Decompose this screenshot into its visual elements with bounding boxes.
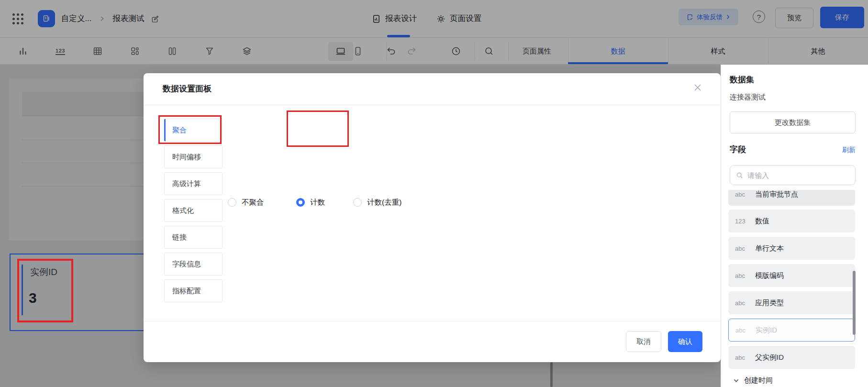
modal-header-divider <box>144 105 721 105</box>
field-name: 父实例ID <box>755 353 784 362</box>
field-type-tag: abc <box>735 245 748 252</box>
annotation-box-count <box>287 111 349 147</box>
field-group-label: 创建时间 <box>744 376 773 385</box>
radio-no-aggregate[interactable]: 不聚合 <box>228 197 264 208</box>
radio-count[interactable]: 计数 <box>296 197 325 208</box>
field-name: 应用类型 <box>755 299 784 308</box>
cancel-button[interactable]: 取消 <box>626 331 661 352</box>
chevron-down-icon <box>733 377 740 384</box>
close-icon[interactable] <box>691 81 704 94</box>
radio-circle-icon <box>353 198 362 207</box>
fields-heading: 字段 <box>730 144 746 155</box>
field-name: 数值 <box>755 217 769 226</box>
field-type-tag: abc <box>735 299 748 307</box>
field-type-tag: abc <box>735 354 748 361</box>
field-list-scrollbar[interactable] <box>853 271 856 335</box>
radio-label: 计数 <box>310 198 325 208</box>
search-icon <box>736 171 743 179</box>
app-window: 自定义... 报表测试 报表设计 <box>0 0 868 387</box>
modal-sidebar-item-format[interactable]: 格式化 <box>164 199 223 222</box>
change-dataset-button[interactable]: 更改数据集 <box>730 111 856 133</box>
field-group-created-time[interactable]: 创建时间 <box>733 376 773 385</box>
field-type-tag: abc <box>735 191 748 198</box>
field-type-tag: abc <box>735 272 748 279</box>
field-search-input[interactable] <box>747 171 849 179</box>
modal-footer-divider <box>144 321 721 321</box>
field-item[interactable]: abc 应用类型 <box>728 291 855 314</box>
modal-sidebar-item-field-info[interactable]: 字段信息 <box>164 253 223 276</box>
field-type-tag: abc <box>735 327 748 334</box>
refresh-link[interactable]: 刷新 <box>831 146 856 155</box>
data-config-panel: 数据集 连接器测试 更改数据集 字段 刷新 abc 当前审批节点 123 数值 … <box>721 65 868 387</box>
annotation-box-metric-widget <box>17 259 73 322</box>
modal-sidebar-item-metric-config[interactable]: 指标配置 <box>164 279 223 302</box>
field-name: 单行文本 <box>755 244 784 253</box>
field-name: 实例ID <box>756 326 777 335</box>
modal-sidebar-item-advanced-calc[interactable]: 高级计算 <box>164 172 223 195</box>
field-item[interactable]: abc 父实例ID <box>728 346 855 369</box>
modal-sidebar-item-link[interactable]: 链接 <box>164 226 223 249</box>
field-item[interactable]: abc 当前审批节点 <box>728 190 855 206</box>
field-item[interactable]: abc 单行文本 <box>728 237 855 260</box>
dataset-heading: 数据集 <box>730 74 754 85</box>
field-item[interactable]: 123 数值 <box>728 210 855 232</box>
field-item[interactable]: abc 模版编码 <box>728 264 855 287</box>
radio-count-distinct[interactable]: 计数(去重) <box>353 197 401 208</box>
data-settings-modal: 数据设置面板 聚合 时间偏移 高级计算 格式化 链接 字段信息 指标配置 不聚合… <box>144 73 721 362</box>
confirm-button[interactable]: 确认 <box>668 331 702 352</box>
field-name: 模版编码 <box>755 271 784 280</box>
modal-title: 数据设置面板 <box>163 83 211 94</box>
dataset-name: 连接器测试 <box>730 93 766 102</box>
annotation-box-aggregate <box>158 115 222 144</box>
radio-selected-icon <box>296 198 305 207</box>
field-list: abc 当前审批节点 123 数值 abc 单行文本 abc 模版编码 abc … <box>721 190 861 387</box>
radio-circle-icon <box>228 198 236 207</box>
field-type-tag: 123 <box>735 218 748 225</box>
field-search-box <box>730 165 856 185</box>
radio-label: 不聚合 <box>242 198 264 208</box>
radio-label: 计数(去重) <box>367 198 401 208</box>
modal-sidebar-item-time-offset[interactable]: 时间偏移 <box>164 145 223 168</box>
field-name: 当前审批节点 <box>755 190 798 199</box>
field-item-dragging[interactable]: abc 实例ID <box>728 319 855 342</box>
